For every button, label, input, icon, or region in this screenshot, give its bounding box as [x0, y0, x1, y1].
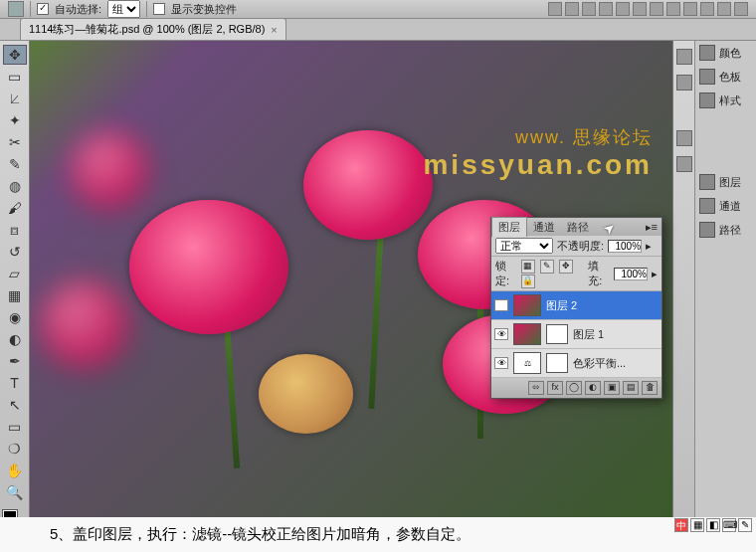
- layer-mask-thumbnail[interactable]: [546, 353, 568, 373]
- align-right-icon[interactable]: [633, 2, 647, 16]
- eyedropper-tool[interactable]: ✎: [3, 154, 27, 174]
- auto-select-checkbox[interactable]: [37, 3, 49, 15]
- opacity-input[interactable]: [608, 240, 642, 253]
- shape-tool[interactable]: ▭: [3, 417, 27, 437]
- distribute-top-icon[interactable]: [650, 2, 663, 16]
- layer-style-icon[interactable]: fx: [547, 381, 563, 395]
- visibility-icon[interactable]: 👁: [494, 299, 508, 311]
- styles-icon: [699, 92, 715, 108]
- wand-tool[interactable]: ✦: [3, 110, 27, 130]
- layer-mask-icon[interactable]: ◯: [566, 381, 582, 395]
- type-tool[interactable]: T: [3, 373, 27, 393]
- adjustment-thumbnail[interactable]: ⚖: [513, 352, 541, 374]
- clone-panel-icon[interactable]: [676, 156, 692, 172]
- distribute-bottom-icon[interactable]: [683, 2, 697, 16]
- flower-blur: [70, 130, 149, 210]
- align-bottom-icon[interactable]: [582, 2, 596, 16]
- lock-position-icon[interactable]: ✥: [559, 260, 573, 274]
- align-hcenter-icon[interactable]: [616, 2, 630, 16]
- distribute-vcenter-icon[interactable]: [666, 2, 680, 16]
- lasso-tool[interactable]: ⟀: [3, 89, 27, 108]
- align-left-icon[interactable]: [599, 2, 613, 16]
- layer-thumbnail[interactable]: [513, 323, 541, 345]
- crop-tool[interactable]: ✂: [3, 132, 27, 152]
- tutorial-caption: 5、盖印图层，执行：滤镜--镜头校正给图片加暗角，参数自定。: [0, 517, 756, 552]
- distribute-hcenter-icon[interactable]: [717, 2, 731, 16]
- opacity-arrow-icon[interactable]: ▸: [646, 240, 652, 253]
- layer-row[interactable]: 👁 ⚖ 色彩平衡...: [491, 349, 662, 378]
- channels-panel-button[interactable]: 通道: [695, 194, 756, 218]
- fill-arrow-icon[interactable]: ▸: [652, 268, 658, 280]
- align-top-icon[interactable]: [548, 2, 562, 16]
- auto-select-type-dropdown[interactable]: 组: [107, 0, 140, 18]
- layers-tab[interactable]: 图层: [491, 217, 527, 237]
- eraser-tool[interactable]: ▱: [3, 264, 27, 283]
- collapsed-panel-strip: [672, 41, 694, 552]
- layers-panel-button[interactable]: 图层: [695, 170, 756, 194]
- healing-tool[interactable]: ◍: [3, 176, 27, 196]
- zoom-tool[interactable]: 🔍: [3, 482, 27, 502]
- history-brush-tool[interactable]: ↺: [3, 242, 27, 262]
- watermark-line2: missyuan.com: [423, 149, 653, 181]
- delete-layer-icon[interactable]: 🗑: [642, 381, 658, 395]
- 3d-tool[interactable]: ❍: [3, 439, 27, 459]
- layer-mask-thumbnail[interactable]: [546, 324, 568, 344]
- paths-tab[interactable]: 路径: [561, 218, 595, 237]
- brush-panel-icon[interactable]: [676, 130, 692, 146]
- move-tool[interactable]: ✥: [3, 45, 27, 65]
- lock-transparent-icon[interactable]: ▦: [521, 260, 535, 274]
- new-layer-icon[interactable]: ▤: [623, 381, 639, 395]
- history-panel-icon[interactable]: [676, 49, 692, 65]
- visibility-icon[interactable]: 👁: [494, 357, 508, 369]
- paths-panel-button[interactable]: 路径: [695, 218, 756, 242]
- tray-icon[interactable]: ◧: [706, 518, 720, 532]
- group-icon[interactable]: ▣: [604, 381, 620, 395]
- layer-row[interactable]: 👁 图层 2: [491, 291, 662, 320]
- blend-mode-dropdown[interactable]: 正常: [495, 238, 553, 254]
- layers-list: 👁 图层 2 👁 图层 1 👁 ⚖ 色彩平衡...: [491, 291, 662, 378]
- marquee-tool[interactable]: ▭: [3, 67, 27, 87]
- stamp-tool[interactable]: ⧈: [3, 220, 27, 240]
- opacity-label: 不透明度:: [557, 239, 604, 254]
- dodge-tool[interactable]: ◐: [3, 329, 27, 349]
- link-layers-icon[interactable]: ⬄: [528, 381, 544, 395]
- align-vcenter-icon[interactable]: [565, 2, 579, 16]
- actions-panel-icon[interactable]: [676, 75, 692, 91]
- distribute-left-icon[interactable]: [700, 2, 714, 16]
- tray-icon[interactable]: ⌨: [722, 518, 736, 532]
- layer-thumbnail[interactable]: [513, 294, 541, 316]
- layers-icon: [699, 174, 715, 190]
- pen-tool[interactable]: ✒: [3, 351, 27, 371]
- channels-tab[interactable]: 通道: [527, 218, 561, 237]
- swatches-panel-button[interactable]: 色板: [695, 65, 756, 89]
- lock-all-icon[interactable]: 🔒: [521, 275, 535, 288]
- document-tab-bar: 1114练习—雏菊花.psd @ 100% (图层 2, RGB/8) ×: [0, 19, 756, 41]
- hand-tool[interactable]: ✋: [3, 460, 27, 480]
- watermark-line1: www. 思缘论坛: [423, 125, 653, 149]
- tray-icon[interactable]: ▦: [690, 518, 704, 532]
- panel-menu-icon[interactable]: ▸≡: [642, 221, 662, 234]
- layer-row[interactable]: 👁 图层 1: [491, 320, 662, 349]
- fill-label: 填充:: [588, 259, 610, 288]
- close-tab-icon[interactable]: ×: [271, 24, 277, 36]
- gradient-tool[interactable]: ▦: [3, 285, 27, 305]
- document-tab-title: 1114练习—雏菊花.psd @ 100% (图层 2, RGB/8): [29, 22, 265, 37]
- lock-pixels-icon[interactable]: ✎: [540, 260, 554, 274]
- path-tool[interactable]: ↖: [3, 395, 27, 415]
- adjustment-layer-icon[interactable]: ◐: [585, 381, 601, 395]
- show-transform-checkbox[interactable]: [153, 3, 165, 15]
- brush-tool[interactable]: 🖌: [3, 198, 27, 218]
- ime-indicator[interactable]: 中: [674, 518, 688, 532]
- document-tab[interactable]: 1114练习—雏菊花.psd @ 100% (图层 2, RGB/8) ×: [20, 18, 286, 40]
- fill-input[interactable]: [614, 268, 648, 280]
- styles-panel-button[interactable]: 样式: [695, 89, 756, 112]
- distribute-right-icon[interactable]: [734, 2, 748, 16]
- auto-select-label: 自动选择:: [55, 2, 101, 17]
- move-tool-icon: [8, 1, 24, 17]
- layer-name: 色彩平衡...: [573, 356, 626, 371]
- color-panel-button[interactable]: 颜色: [695, 41, 756, 65]
- tray-icon[interactable]: ✎: [738, 518, 752, 532]
- visibility-icon[interactable]: 👁: [494, 328, 508, 340]
- blur-tool[interactable]: ◉: [3, 307, 27, 327]
- color-icon: [699, 45, 715, 61]
